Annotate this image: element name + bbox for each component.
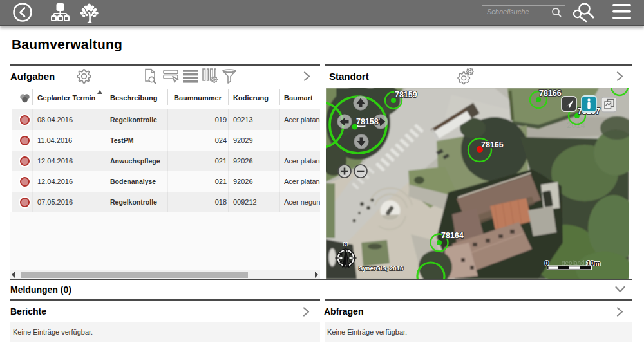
svg-text:78166: 78166 — [539, 89, 562, 98]
svg-text:78158: 78158 — [356, 117, 379, 126]
svg-text:N: N — [344, 241, 348, 247]
svg-text:78165: 78165 — [481, 140, 504, 149]
svg-text:SynerGIS, 2016: SynerGIS, 2016 — [359, 264, 403, 272]
svg-text:78164: 78164 — [441, 231, 464, 240]
svg-text:78159: 78159 — [395, 90, 417, 99]
